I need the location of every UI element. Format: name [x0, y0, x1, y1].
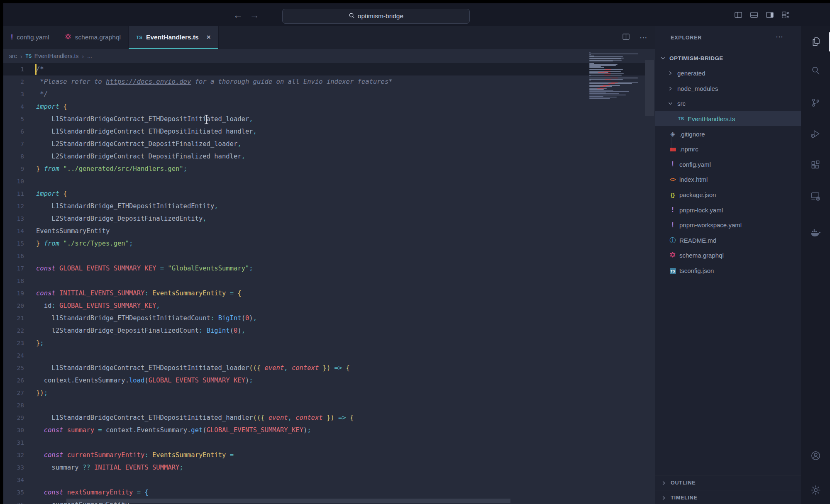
code-line-22[interactable]: 22 l2StandardBridge_DepositFinalizedCoun…: [3, 324, 655, 337]
back-arrow-icon[interactable]: ←: [231, 8, 245, 22]
tree-item-index.html[interactable]: <>index.html: [655, 172, 801, 187]
code-line-25[interactable]: 25 L1StandardBridgeContract_ETHDepositIn…: [3, 362, 655, 374]
code-line-9[interactable]: 9} from "../generated/src/Handlers.gen";: [3, 163, 655, 175]
line-number: 20: [3, 299, 24, 312]
line-number: 4: [3, 100, 24, 113]
section-timeline[interactable]: TIMELINE: [655, 490, 801, 504]
code-line-12[interactable]: 12 L1StandardBridge_ETHDepositInitiatedE…: [3, 200, 655, 212]
section-outline[interactable]: OUTLINE: [655, 475, 801, 490]
split-editor-icon[interactable]: [622, 32, 630, 43]
code-line-6[interactable]: 6 L1StandardBridgeContract_ETHDepositIni…: [3, 125, 655, 138]
toggle-panel-left-icon[interactable]: [734, 10, 743, 19]
code-line-4[interactable]: 4import {: [3, 100, 655, 113]
code-line-14[interactable]: 14EventsSummaryEntity: [3, 225, 655, 237]
source-control-icon[interactable]: [801, 93, 830, 112]
search-icon[interactable]: [801, 61, 830, 80]
customize-layout-icon[interactable]: [781, 10, 790, 19]
minimap-line: [589, 67, 604, 68]
tree-item-README.md[interactable]: ⓘREADME.md: [655, 233, 801, 248]
code-line-11[interactable]: 11import {: [3, 187, 655, 200]
explorer-more-actions-icon[interactable]: ⋯: [776, 32, 784, 41]
code-line-10[interactable]: 10: [3, 175, 655, 187]
code-line-26[interactable]: 26 context.EventsSummary.load(GLOBAL_EVE…: [3, 374, 655, 387]
code-line-23[interactable]: 23};: [3, 337, 655, 349]
code-line-35[interactable]: 35 const nextSummaryEntity = {: [3, 486, 655, 499]
vertical-scrollbar[interactable]: [645, 60, 654, 116]
tree-item-pnpm-workspace.yaml[interactable]: !pnpm-workspace.yaml: [655, 218, 801, 233]
horizontal-scrollbar[interactable]: [66, 499, 510, 503]
code-line-13[interactable]: 13 L2StandardBridge_DepositFinalizedEnti…: [3, 212, 655, 225]
line-content: summary ?? INITIAL_EVENTS_SUMMARY;: [36, 461, 183, 474]
tree-item-tsconfig.json[interactable]: TStsconfig.json: [655, 263, 801, 278]
code-line-7[interactable]: 7 L2StandardBridgeContract_DepositFinali…: [3, 138, 655, 150]
tree-item-.npmrc[interactable]: .npmrc: [655, 142, 801, 157]
account-icon[interactable]: [801, 446, 830, 465]
tab-config.yaml[interactable]: !config.yaml: [3, 26, 57, 49]
code-line-16[interactable]: 16: [3, 250, 655, 262]
tree-item-src[interactable]: src: [655, 96, 801, 111]
code-line-5[interactable]: 5 L1StandardBridgeContract_ETHDepositIni…: [3, 113, 655, 125]
tree-item-EventHandlers.ts[interactable]: TSEventHandlers.ts: [655, 111, 801, 126]
line-number: 28: [3, 399, 24, 411]
line-content: EventsSummaryEntity: [36, 225, 110, 237]
code-editor[interactable]: 1/*2 *Please refer to https://docs.envio…: [3, 63, 655, 504]
code-line-8[interactable]: 8 L2StandardBridgeContract_DepositFinali…: [3, 150, 655, 163]
line-content: L1StandardBridge_ETHDepositInitiatedEnti…: [36, 200, 218, 212]
tree-item-OPTIMISM-BRIDGE[interactable]: OPTIMISM-BRIDGE: [655, 51, 801, 66]
editor-more-actions-icon[interactable]: ⋯: [640, 33, 647, 42]
tree-item-generated[interactable]: generated: [655, 66, 801, 81]
tsconfig-file-icon: TS: [670, 267, 676, 275]
extensions-icon[interactable]: [801, 155, 830, 175]
minimap-line: [589, 61, 613, 61]
code-line-3[interactable]: 3 */: [3, 88, 655, 100]
code-line-21[interactable]: 21 l1StandardBridge_ETHDepositInitiatedC…: [3, 312, 655, 324]
explorer-icon[interactable]: [801, 32, 830, 51]
code-line-33[interactable]: 33 summary ?? INITIAL_EVENTS_SUMMARY;: [3, 461, 655, 474]
code-line-2[interactable]: 2 *Please refer to https://docs.envio.de…: [3, 75, 655, 88]
command-center-search[interactable]: optimism-bridge: [282, 9, 470, 24]
code-line-29[interactable]: 29 L1StandardBridgeContract_ETHDepositIn…: [3, 411, 655, 424]
text-cursor: [35, 64, 37, 75]
run-debug-icon[interactable]: [801, 124, 830, 144]
settings-icon[interactable]: [801, 480, 830, 500]
breadcrumb-item-...[interactable]: ...: [87, 53, 92, 59]
tab-EventHandlers.ts[interactable]: TSEventHandlers.ts×: [129, 26, 219, 49]
code-line-32[interactable]: 32 const currentSummaryEntity: EventsSum…: [3, 449, 655, 461]
line-content: } from "./src/Types.gen";: [36, 237, 133, 250]
code-line-30[interactable]: 30 const summary = context.EventsSummary…: [3, 424, 655, 436]
code-line-15[interactable]: 15} from "./src/Types.gen";: [3, 237, 655, 250]
tree-item-schema.graphql[interactable]: schema.graphql: [655, 248, 801, 263]
code-line-34[interactable]: 34: [3, 474, 655, 486]
breadcrumb-label: EventHandlers.ts: [34, 53, 79, 59]
line-number: 30: [3, 424, 24, 436]
tab-close-icon[interactable]: ×: [207, 33, 211, 41]
breadcrumb-item-src[interactable]: src: [9, 53, 17, 59]
code-line-17[interactable]: 17const GLOBAL_EVENTS_SUMMARY_KEY = "Glo…: [3, 262, 655, 275]
code-line-24[interactable]: 24: [3, 349, 655, 362]
code-line-27[interactable]: 27});: [3, 387, 655, 399]
tree-item-config.yaml[interactable]: !config.yaml: [655, 157, 801, 172]
docker-icon[interactable]: [801, 222, 830, 242]
line-number: 7: [3, 138, 24, 150]
tree-item-package.json[interactable]: {}package.json: [655, 187, 801, 202]
line-content: L2StandardBridgeContract_DepositFinalize…: [36, 138, 242, 150]
code-line-18[interactable]: 18: [3, 275, 655, 287]
tree-item-.gitignore[interactable]: ◈.gitignore: [655, 127, 801, 141]
toggle-panel-right-icon[interactable]: [765, 10, 774, 19]
code-line-31[interactable]: 31: [3, 436, 655, 449]
forward-arrow-icon[interactable]: →: [247, 8, 261, 22]
code-line-1[interactable]: 1/*: [3, 63, 655, 75]
minimap[interactable]: [589, 52, 642, 152]
code-line-20[interactable]: 20 id: GLOBAL_EVENTS_SUMMARY_KEY,: [3, 299, 655, 312]
line-content: */: [36, 88, 48, 100]
line-content: const summary = context.EventsSummary.ge…: [36, 424, 311, 436]
remote-explorer-icon[interactable]: [801, 186, 830, 206]
line-number: 27: [3, 387, 24, 399]
breadcrumb-item-EventHandlers.ts[interactable]: TSEventHandlers.ts: [26, 53, 79, 59]
tree-item-pnpm-lock.yaml[interactable]: !pnpm-lock.yaml: [655, 202, 801, 217]
toggle-panel-bottom-icon[interactable]: [749, 10, 759, 19]
code-line-28[interactable]: 28: [3, 399, 655, 411]
code-line-19[interactable]: 19const INITIAL_EVENTS_SUMMARY: EventsSu…: [3, 287, 655, 299]
tree-item-node_modules[interactable]: node_modules: [655, 81, 801, 96]
tab-schema.graphql[interactable]: schema.graphql: [57, 26, 129, 49]
